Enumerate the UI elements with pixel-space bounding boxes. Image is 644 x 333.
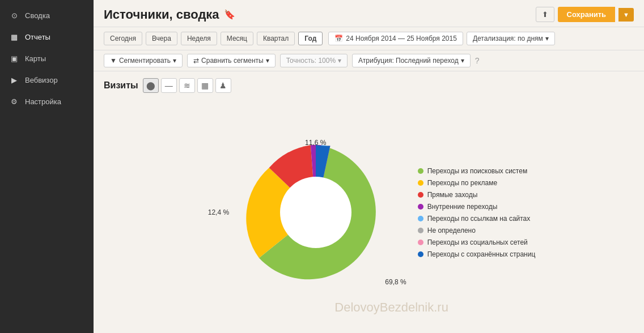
segment-button[interactable]: ▼ Сегментировать ▾: [104, 54, 183, 67]
label-top: 11,6 %: [305, 139, 326, 147]
save-dropdown-button[interactable]: ▼: [618, 8, 634, 22]
period-toolbar: Сегодня Вчера Неделя Месяц Квартал Год 📅…: [94, 27, 644, 50]
chart-section: Визиты ⬤ — ≋ ▦ ♟: [94, 71, 644, 333]
segment-label: Сегментировать: [119, 57, 171, 65]
chart-area: 11,6 % 12,4 % 69,8 % Переходы из поисков…: [104, 99, 634, 326]
detail-label: Детализация: по дням: [473, 35, 543, 42]
main-content: Источники, сводка 🔖 ⬆ Сохранить ▼ Сегодн…: [94, 0, 644, 333]
compare-icon: ⇄: [193, 57, 199, 65]
sidebar-item-otchety[interactable]: ▦ Отчеты: [0, 26, 94, 48]
sidebar-item-nastroyka[interactable]: ⚙ Настройка: [0, 91, 94, 112]
filter-bar: ▼ Сегментировать ▾ ⇄ Сравнить сегменты ▾…: [94, 50, 644, 71]
sidebar-label-otchety: Отчеты: [25, 33, 50, 41]
watermark: DelovoyBezdelnik.ru: [334, 300, 448, 315]
period-year[interactable]: Год: [298, 32, 323, 45]
legend-dot-direct: [418, 192, 423, 198]
legend-dot-internal: [418, 204, 423, 210]
donut-chart: 11,6 % 12,4 % 69,8 %: [236, 133, 395, 292]
help-icon[interactable]: ?: [475, 56, 480, 65]
sidebar-item-vebvizor[interactable]: ▶ Вебвизор: [0, 69, 94, 91]
legend-label-internal: Внутренние переходы: [427, 203, 498, 211]
legend-item-search: Переходы из поисковых систем: [418, 167, 536, 175]
date-range-text: 24 Ноября 2014 — 25 Ноября 2015: [346, 35, 457, 42]
legend-item-undefined: Не определено: [418, 227, 536, 234]
attribution-label: Атрибуция: Последний переход: [358, 57, 459, 65]
legend-label-search: Переходы из поисковых систем: [427, 167, 527, 175]
accuracy-button[interactable]: Точность: 100% ▾: [280, 54, 348, 67]
chart-type-donut[interactable]: ⬤: [143, 78, 159, 93]
accuracy-label: Точность: 100%: [286, 57, 336, 65]
donut-svg: [236, 133, 395, 292]
detail-button[interactable]: Детализация: по дням ▾: [467, 32, 555, 45]
legend-item-ads: Переходы по рекламе: [418, 179, 536, 187]
chart-type-person[interactable]: ♟: [215, 78, 231, 93]
export-button[interactable]: ⬆: [536, 7, 554, 22]
export-icon: ⬆: [542, 10, 548, 19]
filter-icon: ▼: [110, 57, 117, 65]
legend-dot-links: [418, 216, 423, 221]
legend-item-links: Переходы по ссылкам на сайтах: [418, 215, 536, 223]
period-quarter[interactable]: Квартал: [257, 32, 295, 45]
legend-item-internal: Внутренние переходы: [418, 203, 536, 211]
period-month[interactable]: Месяц: [221, 32, 253, 45]
date-range-picker[interactable]: 📅 24 Ноября 2014 — 25 Ноября 2015: [328, 32, 463, 45]
compare-label: Сравнить сегменты: [201, 57, 264, 65]
segment-chevron: ▾: [173, 57, 176, 65]
header-left: Источники, сводка 🔖: [104, 7, 235, 22]
legend-dot-undefined: [418, 228, 423, 233]
header-right: ⬆ Сохранить ▼: [536, 7, 634, 22]
legend-dot-saved: [418, 251, 423, 257]
accuracy-chevron: ▾: [338, 57, 341, 65]
chart-type-line[interactable]: —: [161, 78, 177, 93]
attribution-button[interactable]: Атрибуция: Последний переход ▾: [352, 54, 471, 67]
reports-icon: ▦: [9, 32, 19, 42]
period-week[interactable]: Неделя: [181, 32, 217, 45]
settings-icon: ⚙: [9, 96, 19, 106]
legend-item-direct: Прямые заходы: [418, 191, 536, 199]
legend-dot-social: [418, 240, 423, 245]
legend-item-saved: Переходы с сохранённых страниц: [418, 250, 536, 258]
chart-title: Визиты: [104, 80, 138, 91]
sidebar-item-svodka[interactable]: ⊙ Сводка: [0, 5, 94, 26]
sidebar-label-vebvizor: Вебвизор: [25, 76, 58, 84]
sidebar-label-karty: Карты: [25, 54, 46, 63]
legend-label-saved: Переходы с сохранённых страниц: [427, 250, 536, 258]
donut-hole: [280, 177, 351, 248]
sidebar-label-svodka: Сводка: [25, 11, 50, 20]
webvisor-icon: ▶: [9, 75, 19, 85]
chart-type-buttons: ⬤ — ≋ ▦ ♟: [143, 78, 231, 93]
legend-label-direct: Прямые заходы: [427, 191, 478, 199]
maps-icon: ▣: [9, 53, 19, 63]
bookmark-icon[interactable]: 🔖: [224, 9, 235, 20]
legend-dot-ads: [418, 180, 423, 186]
compare-chevron: ▾: [266, 57, 269, 65]
dashboard-icon: ⊙: [9, 10, 19, 20]
legend-dot-search: [418, 168, 423, 174]
calendar-icon: 📅: [334, 35, 343, 42]
sidebar: ⊙ Сводка ▦ Отчеты ▣ Карты ▶ Вебвизор ⚙ Н…: [0, 0, 94, 333]
legend-label-ads: Переходы по рекламе: [427, 179, 497, 187]
chart-header: Визиты ⬤ — ≋ ▦ ♟: [104, 78, 634, 93]
page-title: Источники, сводка: [104, 7, 219, 22]
period-today[interactable]: Сегодня: [104, 32, 142, 45]
legend-label-undefined: Не определено: [427, 227, 476, 234]
attribution-chevron: ▾: [461, 57, 464, 65]
save-button[interactable]: Сохранить: [558, 7, 616, 22]
sidebar-item-karty[interactable]: ▣ Карты: [0, 48, 94, 69]
compare-button[interactable]: ⇄ Сравнить сегменты ▾: [187, 54, 276, 67]
legend-label-links: Переходы по ссылкам на сайтах: [427, 215, 531, 223]
chart-type-area[interactable]: ≋: [179, 78, 195, 93]
legend-item-social: Переходы из социальных сетей: [418, 238, 536, 246]
label-bottom: 69,8 %: [385, 278, 406, 286]
legend-label-social: Переходы из социальных сетей: [427, 238, 528, 246]
sidebar-label-nastroyka: Настройка: [25, 97, 61, 106]
period-yesterday[interactable]: Вчера: [146, 32, 177, 45]
chevron-down-icon: ▾: [545, 35, 549, 42]
page-header: Источники, сводка 🔖 ⬆ Сохранить ▼: [94, 0, 644, 27]
label-left: 12,4 %: [208, 208, 229, 216]
chart-legend: Переходы из поисковых систем Переходы по…: [418, 167, 536, 258]
chart-type-bar[interactable]: ▦: [197, 78, 213, 93]
